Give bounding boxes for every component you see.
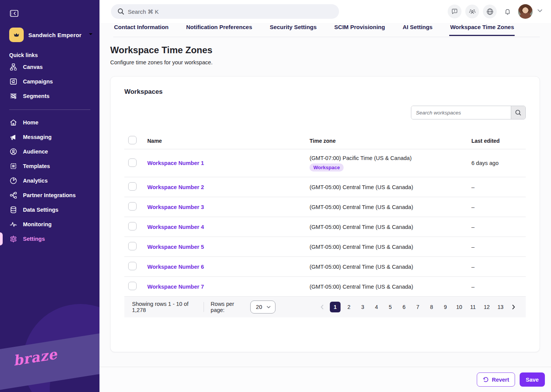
workspace-link[interactable]: Workspace Number 5	[147, 244, 204, 250]
row-checkbox[interactable]	[128, 262, 137, 270]
next-page-button[interactable]	[509, 302, 518, 312]
page-number-button[interactable]: 1	[330, 302, 341, 312]
workspaces-card: Workspaces Name Time zone Last edited Wo…	[110, 76, 540, 352]
sidebar-item-home[interactable]: Home	[0, 115, 99, 130]
page-number-button[interactable]: 7	[412, 302, 423, 312]
row-checkbox[interactable]	[128, 282, 137, 290]
sidebar-item-label: Segments	[23, 93, 49, 99]
sidebar-item-canvas[interactable]: Canvas	[0, 60, 99, 74]
row-checkbox[interactable]	[128, 182, 137, 191]
revert-button[interactable]: Revert	[477, 372, 515, 387]
page-number-button[interactable]: 12	[481, 302, 492, 312]
canvas-icon	[9, 63, 18, 71]
page-number-button[interactable]: 8	[426, 302, 437, 312]
sidebar-item-analytics[interactable]: Analytics	[0, 173, 99, 188]
sidebar-item-partner-integrations[interactable]: Partner Integrations	[0, 188, 99, 203]
notifications-button[interactable]	[500, 5, 514, 18]
pagination: 12345678910111213	[318, 302, 518, 312]
rows-per-page-select[interactable]: 20	[250, 301, 276, 314]
sidebar-item-monitoring[interactable]: Monitoring	[0, 217, 99, 232]
user-avatar[interactable]	[518, 4, 533, 19]
workspace-name: Sandwich Emperor	[28, 32, 82, 38]
sidebar-item-label: Analytics	[23, 178, 47, 184]
row-checkbox[interactable]	[128, 202, 137, 211]
timezone-text: (GMT-05:00) Central Time (US & Canada)	[310, 244, 413, 250]
sidebar-item-segments[interactable]: Segments	[0, 89, 99, 103]
page-number-button[interactable]: 4	[371, 302, 382, 312]
rows-per-page-label: Rows per page:	[211, 301, 246, 313]
crown-icon	[9, 28, 24, 42]
audience-icon	[9, 147, 18, 156]
last-edited-text: –	[471, 284, 474, 290]
sidebar-item-data-settings[interactable]: Data Settings	[0, 203, 99, 217]
database-icon	[9, 206, 18, 214]
workspaces-table: Name Time zone Last edited Workspace Num…	[124, 132, 526, 317]
sidebar-item-audience[interactable]: Audience	[0, 144, 99, 159]
table-row: Workspace Number 7(GMT-05:00) Central Ti…	[124, 277, 526, 297]
chevron-down-icon	[88, 31, 94, 39]
sidebar-item-settings[interactable]: Settings	[0, 232, 99, 246]
page-number-button[interactable]: 13	[495, 302, 506, 312]
row-checkbox[interactable]	[128, 158, 137, 167]
table-row: Workspace Number 1(GMT-07:00) Pacific Ti…	[124, 149, 526, 177]
workspace-link[interactable]: Workspace Number 1	[147, 160, 204, 166]
people-button[interactable]	[465, 5, 479, 18]
locale-button[interactable]	[483, 5, 497, 18]
page-number-button[interactable]: 10	[454, 302, 465, 312]
sidebar-item-messaging[interactable]: Messaging	[0, 130, 99, 144]
previous-page-button[interactable]	[318, 302, 327, 312]
sidebar-item-campaigns[interactable]: Campaigns	[0, 74, 99, 89]
row-checkbox[interactable]	[128, 242, 137, 250]
page-number-button[interactable]: 3	[357, 302, 368, 312]
page-subtitle: Configure time zones for your workspace.	[110, 59, 540, 65]
workspace-link[interactable]: Workspace Number 2	[147, 184, 204, 190]
collapse-sidebar-icon	[9, 8, 19, 18]
sidebar-item-templates[interactable]: Templates	[0, 159, 99, 173]
sidebar-item-label: Data Settings	[23, 207, 59, 213]
globe-icon	[486, 8, 494, 16]
save-button[interactable]: Save	[520, 372, 545, 387]
last-edited-text: 6 days ago	[471, 160, 499, 166]
tab-contact-information[interactable]: Contact Information	[113, 23, 170, 35]
page-number-button[interactable]: 6	[399, 302, 409, 312]
tab-workspace-time-zones[interactable]: Workspace Time Zones	[449, 23, 515, 36]
last-edited-text: –	[471, 224, 474, 230]
tab-notification-preferences[interactable]: Notification Preferences	[186, 23, 253, 35]
sidebar-collapse-button[interactable]	[9, 8, 19, 18]
tab-ai-settings[interactable]: AI Settings	[402, 23, 433, 35]
account-menu-chevron-icon[interactable]	[536, 7, 543, 16]
top-bar	[99, 0, 551, 23]
feedback-icon	[451, 8, 458, 15]
select-all-checkbox[interactable]	[128, 136, 137, 144]
page-number-button[interactable]: 9	[440, 302, 451, 312]
workspace-search	[411, 106, 526, 119]
page-title: Workspace Time Zones	[110, 45, 540, 56]
workspace-link[interactable]: Workspace Number 6	[147, 264, 204, 270]
segments-icon	[9, 92, 18, 100]
tab-security-settings[interactable]: Security Settings	[269, 23, 318, 35]
table-row: Workspace Number 4(GMT-05:00) Central Ti…	[124, 217, 526, 237]
timezone-text: (GMT-07:00) Pacific Time (US & Canada)	[310, 155, 412, 161]
search-icon	[117, 8, 125, 17]
workspace-search-input[interactable]	[411, 106, 511, 119]
feedback-button[interactable]	[448, 5, 461, 18]
page-number-button[interactable]: 5	[385, 302, 396, 312]
templates-icon	[9, 162, 18, 170]
workspace-link[interactable]: Workspace Number 3	[147, 204, 204, 210]
timezone-text: (GMT-05:00) Central Time (US & Canada)	[310, 204, 413, 210]
sidebar-item-label: Messaging	[23, 134, 52, 140]
page-number-button[interactable]: 11	[468, 302, 478, 312]
row-checkbox[interactable]	[128, 222, 137, 230]
workspace-link[interactable]: Workspace Number 4	[147, 224, 204, 230]
page-number-button[interactable]: 2	[344, 302, 354, 312]
column-header-name: Name	[147, 138, 310, 144]
sidebar-item-label: Monitoring	[23, 221, 52, 227]
workspace-switcher[interactable]: Sandwich Emperor	[9, 28, 99, 42]
table-footer: Showing rows 1 - 10 of 1,278 Rows per pa…	[124, 297, 526, 317]
workspace-link[interactable]: Workspace Number 7	[147, 284, 204, 290]
sidebar-divider	[9, 109, 90, 110]
global-search-input[interactable]	[111, 4, 339, 19]
global-search	[111, 4, 339, 19]
workspace-search-button[interactable]	[511, 106, 525, 119]
tab-scim-provisioning[interactable]: SCIM Provisioning	[334, 23, 386, 35]
